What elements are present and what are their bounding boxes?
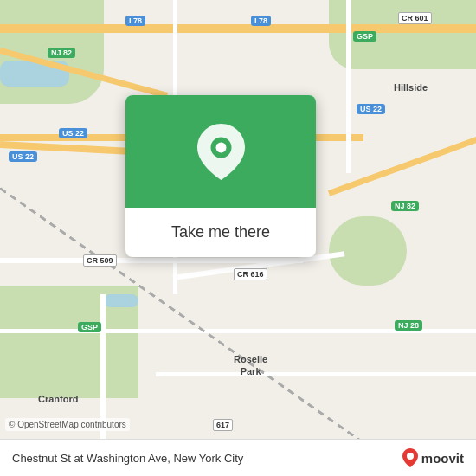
moovit-text: moovit [421,451,464,466]
card-bottom: Take me there [125,208,316,257]
label-us22-1: US 22 [59,128,87,138]
map-container: I 78 I 78 NJ 82 US 22 US 22 CR 601 GSP U… [0,0,476,476]
road-gsp-north [346,0,351,173]
map-attribution: © OpenStreetMap contributors [5,418,130,431]
label-nj82-1: NJ 82 [48,48,75,58]
address-label: Chestnut St at Washington Ave, New York … [12,452,243,465]
svg-point-2 [407,453,414,460]
label-cr616: CR 616 [234,268,267,280]
label-nj28: NJ 28 [395,320,422,331]
label-cr601: CR 601 [398,12,432,24]
road-cr509 [0,258,303,263]
location-pin-icon [197,124,245,180]
road-nj28-horiz [156,372,476,376]
label-gsp-1: GSP [353,31,376,42]
svg-point-1 [215,142,226,152]
location-card: Take me there [125,95,316,257]
label-i78-1: I 78 [125,16,145,26]
card-top [125,95,316,208]
label-us22-2: US 22 [9,151,37,162]
label-nj82-2: NJ 82 [391,201,419,211]
take-me-there-button[interactable]: Take me there [164,220,277,245]
label-roselle-park: RosellePark [234,353,267,378]
label-i78-2: I 78 [251,16,271,26]
moovit-logo: moovit [402,448,464,467]
moovit-pin-icon [402,448,418,467]
label-us22-3: US 22 [357,104,385,114]
label-cr509: CR 509 [83,254,117,267]
label-cranford: Cranford [38,394,78,404]
label-617: 617 [213,419,233,431]
water-2 [104,294,138,307]
bottom-bar: Chestnut St at Washington Ave, New York … [0,439,476,476]
road-i78 [0,24,476,33]
label-gsp-2: GSP [78,322,101,332]
label-hillside: Hillside [394,82,428,93]
